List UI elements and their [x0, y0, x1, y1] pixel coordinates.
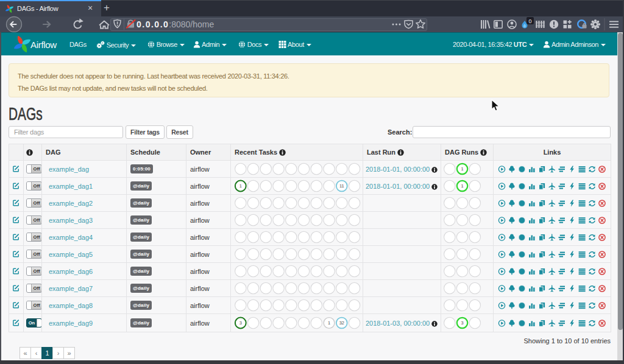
svg-text:1: 1 — [239, 183, 242, 189]
svg-text:3: 3 — [461, 320, 463, 326]
svg-text:0: 0 — [528, 18, 531, 24]
svg-text:32: 32 — [339, 320, 344, 326]
svg-text:1: 1 — [461, 183, 463, 189]
svg-text:1: 1 — [461, 166, 463, 172]
svg-text:11: 11 — [339, 183, 344, 189]
svg-text:1: 1 — [328, 320, 330, 326]
svg-text:3: 3 — [239, 320, 242, 326]
